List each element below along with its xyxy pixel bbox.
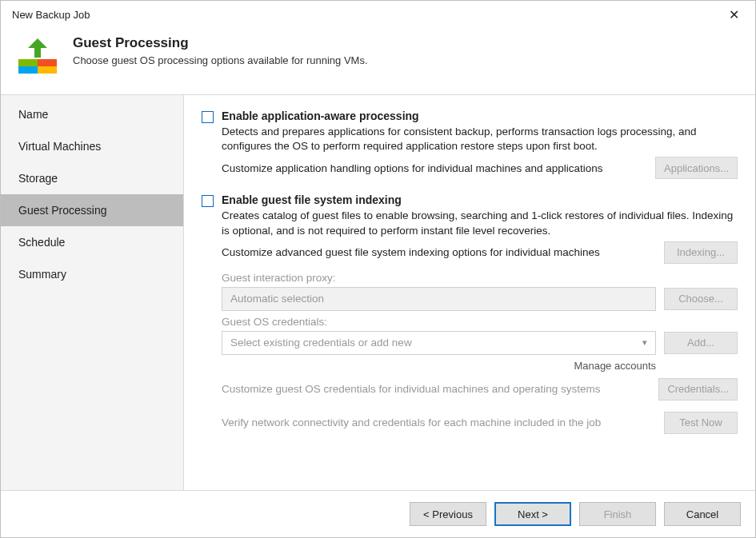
wizard-main: Enable application-aware processing Dete… xyxy=(183,95,755,490)
indexing-button[interactable]: Indexing... xyxy=(664,241,738,264)
svg-rect-4 xyxy=(18,66,38,74)
guest-processing-icon xyxy=(15,35,60,80)
previous-button[interactable]: < Previous xyxy=(410,502,486,526)
next-button[interactable]: Next > xyxy=(494,502,571,526)
indexing-label: Enable guest file system indexing xyxy=(222,193,402,206)
wizard-window: New Backup Job ✕ Guest Processing Choose… xyxy=(0,0,756,538)
indexing-customize-label: Customize advanced guest file system ind… xyxy=(222,246,600,258)
proxy-label: Guest interaction proxy: xyxy=(222,272,738,284)
verify-label: Verify network connectivity and credenti… xyxy=(222,416,601,428)
credentials-value: Select existing credentials or add new xyxy=(230,337,412,349)
svg-rect-2 xyxy=(38,66,57,74)
proxy-value: Automatic selection xyxy=(230,293,324,305)
sidebar-item-summary[interactable]: Summary xyxy=(1,258,183,290)
app-aware-label: Enable application-aware processing xyxy=(222,110,419,122)
wizard-sidebar: Name Virtual Machines Storage Guest Proc… xyxy=(1,95,183,490)
wizard-body: Name Virtual Machines Storage Guest Proc… xyxy=(1,94,755,491)
app-aware-checkbox[interactable] xyxy=(202,111,214,123)
proxy-field[interactable]: Automatic selection xyxy=(222,287,656,311)
credentials-select[interactable]: Select existing credentials or add new ▾ xyxy=(222,331,656,355)
wizard-footer: < Previous Next > Finish Cancel xyxy=(1,491,755,537)
applications-button[interactable]: Applications... xyxy=(655,157,738,179)
window-title: New Backup Job xyxy=(12,9,90,21)
cred-customize-row: Customize guest OS credentials for indiv… xyxy=(222,378,738,401)
svg-rect-1 xyxy=(38,59,57,66)
indexing-checkbox[interactable] xyxy=(202,195,214,207)
sidebar-item-virtual-machines[interactable]: Virtual Machines xyxy=(1,130,183,162)
indexing-customize-row: Customize advanced guest file system ind… xyxy=(222,241,738,264)
app-aware-row: Enable application-aware processing xyxy=(202,110,738,123)
chevron-down-icon: ▾ xyxy=(642,337,647,348)
add-credentials-button[interactable]: Add... xyxy=(664,332,738,354)
close-icon[interactable]: ✕ xyxy=(723,7,744,22)
header-text: Guest Processing Choose guest OS process… xyxy=(73,35,368,66)
credentials-label: Guest OS credentials: xyxy=(222,316,738,328)
svg-rect-3 xyxy=(18,59,38,66)
proxy-row: Automatic selection Choose... xyxy=(222,287,738,311)
cancel-button[interactable]: Cancel xyxy=(664,502,741,526)
sidebar-item-guest-processing[interactable]: Guest Processing xyxy=(1,194,183,226)
cred-customize-label: Customize guest OS credentials for indiv… xyxy=(222,383,600,395)
finish-button[interactable]: Finish xyxy=(579,502,656,526)
choose-proxy-button[interactable]: Choose... xyxy=(664,288,738,310)
manage-accounts-link[interactable]: Manage accounts xyxy=(202,360,656,372)
sidebar-item-storage[interactable]: Storage xyxy=(1,162,183,194)
app-aware-customize-label: Customize application handling options f… xyxy=(222,162,603,174)
test-now-button[interactable]: Test Now xyxy=(664,412,738,434)
page-title: Guest Processing xyxy=(73,35,368,51)
wizard-header: Guest Processing Choose guest OS process… xyxy=(1,27,755,94)
page-subtitle: Choose guest OS processing options avail… xyxy=(73,54,368,66)
indexing-row: Enable guest file system indexing xyxy=(202,193,738,207)
credentials-row: Select existing credentials or add new ▾… xyxy=(222,331,738,355)
app-aware-customize-row: Customize application handling options f… xyxy=(222,157,738,179)
titlebar: New Backup Job ✕ xyxy=(1,1,755,27)
sidebar-item-schedule[interactable]: Schedule xyxy=(1,226,183,258)
credentials-button[interactable]: Credentials... xyxy=(658,378,738,401)
sidebar-item-name[interactable]: Name xyxy=(1,98,183,130)
indexing-desc: Creates catalog of guest files to enable… xyxy=(222,209,734,237)
verify-row: Verify network connectivity and credenti… xyxy=(222,412,738,434)
app-aware-desc: Detects and prepares applications for co… xyxy=(222,125,734,153)
